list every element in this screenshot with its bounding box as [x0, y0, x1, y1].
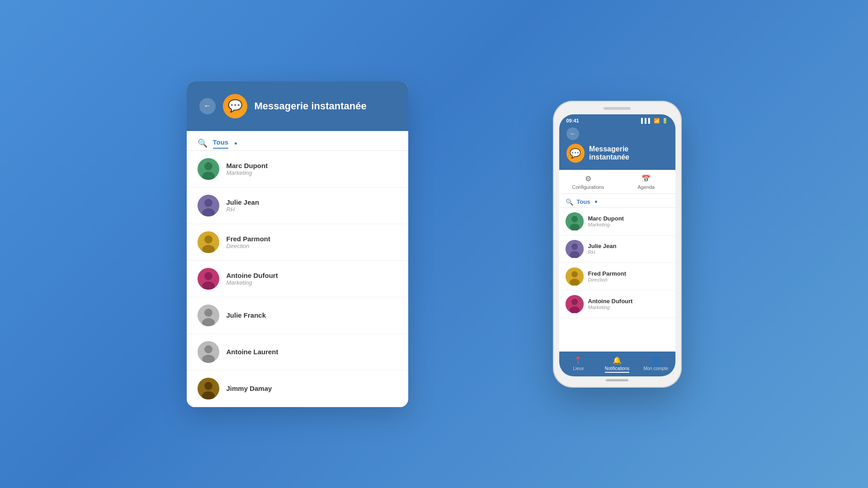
phone-avatar — [566, 295, 584, 313]
tablet-search-bar: 🔍 Tous — [187, 131, 408, 151]
mon-compte-icon: 👤 — [651, 356, 660, 365]
table-row[interactable]: Julie Jean RH — [187, 188, 408, 224]
nav-lieux[interactable]: 📍 Lieux — [559, 352, 598, 376]
phone-avatar — [566, 212, 584, 230]
list-item[interactable]: Antoine Dufourt Marketing — [559, 291, 675, 318]
nav-mon-compte-label: Mon compte — [643, 366, 668, 371]
contact-dept: Marketing — [226, 279, 278, 286]
tab-agenda[interactable]: 📅 Agenda — [617, 170, 675, 193]
app-icon: 💬 — [223, 94, 247, 118]
svg-point-16 — [204, 345, 212, 353]
nav-notifications[interactable]: 🔔 Notifications — [598, 352, 637, 376]
phone-contact-dept: Marketing — [588, 222, 624, 227]
tablet-card: ← 💬 Messagerie instantanée 🔍 Tous Marc D… — [187, 81, 408, 407]
notifications-icon: 🔔 — [613, 356, 622, 365]
contact-dept: Marketing — [226, 169, 268, 176]
phone-screen: 09:41 ▌▌▌ 📶 🔋 ← 💬 Messagerie instantanée — [559, 114, 675, 376]
contact-info: Julie Jean RH — [226, 198, 259, 213]
avatar — [198, 268, 219, 290]
contact-name: Antoine Laurent — [226, 348, 278, 356]
lieux-icon: 📍 — [574, 356, 583, 365]
list-item[interactable]: Fred Parmont Direction — [559, 263, 675, 291]
phone-filter-dot — [595, 201, 597, 203]
list-item[interactable]: Julie Jean RH — [559, 235, 675, 263]
avatar — [198, 378, 219, 399]
nav-mon-compte[interactable]: 👤 Mon compte — [637, 352, 675, 376]
phone-tabs: ⚙ Configurations 📅 Agenda — [559, 170, 675, 194]
filter-dot — [235, 142, 237, 145]
phone-notch — [604, 107, 631, 110]
contact-info: Marc Dupont Marketing — [226, 162, 268, 176]
tab-agenda-label: Agenda — [637, 184, 655, 190]
phone-contact-name: Fred Parmont — [588, 270, 627, 277]
contact-info: Jimmy Damay — [226, 385, 272, 392]
svg-point-13 — [204, 309, 212, 317]
contact-name: Julie Franck — [226, 311, 266, 319]
contact-name: Antoine Dufourt — [226, 272, 278, 279]
list-item[interactable]: Marc Dupont Marketing — [559, 208, 675, 235]
phone-contact-list: Marc Dupont Marketing Julie Jean RH — [559, 208, 675, 352]
phone-header: 💬 Messagerie instantanée — [559, 144, 675, 170]
table-row[interactable]: Julie Franck — [187, 297, 408, 334]
contact-info: Julie Franck — [226, 311, 266, 319]
phone-avatar — [566, 267, 584, 286]
phone-app-icon: 💬 — [566, 144, 585, 163]
tablet-header: ← 💬 Messagerie instantanée — [187, 81, 408, 131]
avatar — [198, 305, 219, 326]
phone-bottom-nav: 📍 Lieux 🔔 Notifications 👤 Mon compte — [559, 352, 675, 376]
phone-status-right: ▌▌▌ 📶 🔋 — [641, 118, 668, 124]
svg-point-1 — [204, 162, 212, 170]
phone-time: 09:41 — [566, 118, 579, 123]
phone-contact-dept: Direction — [588, 277, 627, 282]
phone-contact-name: Julie Jean — [588, 243, 617, 249]
phone-contact-dept: Marketing — [588, 305, 633, 310]
avatar — [198, 158, 219, 180]
phone-status-bar: 09:41 ▌▌▌ 📶 🔋 — [559, 114, 675, 124]
svg-point-10 — [204, 272, 212, 280]
contact-dept: RH — [226, 206, 259, 213]
phone-bottom-pill — [606, 379, 628, 381]
back-button[interactable]: ← — [199, 98, 216, 114]
phone-contact-name: Antoine Dufourt — [588, 298, 633, 305]
avatar — [198, 341, 219, 363]
table-row[interactable]: Fred Parmont Direction — [187, 224, 408, 261]
phone-filter-tab[interactable]: Tous — [577, 198, 590, 205]
tab-configurations-label: Configurations — [572, 184, 604, 190]
phone-contact-dept: RH — [588, 249, 617, 255]
contact-info: Antoine Dufourt Marketing — [226, 272, 278, 286]
phone-back-button[interactable]: ← — [566, 127, 579, 140]
tab-configurations[interactable]: ⚙ Configurations — [559, 170, 618, 193]
contact-dept: Direction — [226, 243, 271, 249]
search-icon: 🔍 — [198, 138, 208, 148]
phone-contact-info: Marc Dupont Marketing — [588, 215, 624, 227]
phone-header-title: Messagerie instantanée — [589, 145, 668, 161]
avatar — [198, 231, 219, 253]
table-row[interactable]: Antoine Laurent — [187, 334, 408, 371]
phone-search-bar: 🔍 Tous — [559, 194, 675, 208]
wifi-icon: 📶 — [654, 118, 660, 124]
table-row[interactable]: Jimmy Damay — [187, 371, 408, 407]
svg-point-7 — [204, 235, 212, 244]
contact-info: Antoine Laurent — [226, 348, 278, 356]
phone-contact-info: Fred Parmont Direction — [588, 270, 627, 282]
contact-name: Julie Jean — [226, 198, 259, 206]
svg-point-4 — [204, 199, 212, 207]
phone-search-icon: 🔍 — [566, 198, 573, 206]
contact-name: Fred Parmont — [226, 235, 271, 243]
svg-point-31 — [571, 299, 578, 305]
tablet-contact-list: Marc Dupont Marketing Julie Jean RH — [187, 151, 408, 407]
svg-point-25 — [571, 244, 578, 250]
svg-point-19 — [204, 382, 212, 390]
configurations-icon: ⚙ — [585, 174, 591, 183]
avatar — [198, 195, 219, 216]
table-row[interactable]: Antoine Dufourt Marketing — [187, 261, 408, 297]
tablet-header-title: Messagerie instantanée — [255, 100, 367, 112]
svg-point-28 — [571, 271, 578, 277]
nav-notifications-label: Notifications — [605, 366, 629, 373]
contact-name: Jimmy Damay — [226, 385, 272, 392]
contact-info: Fred Parmont Direction — [226, 235, 271, 249]
phone-contact-name: Marc Dupont — [588, 215, 624, 222]
phone-avatar — [566, 240, 584, 258]
filter-tab-tous[interactable]: Tous — [213, 138, 229, 149]
table-row[interactable]: Marc Dupont Marketing — [187, 151, 408, 188]
